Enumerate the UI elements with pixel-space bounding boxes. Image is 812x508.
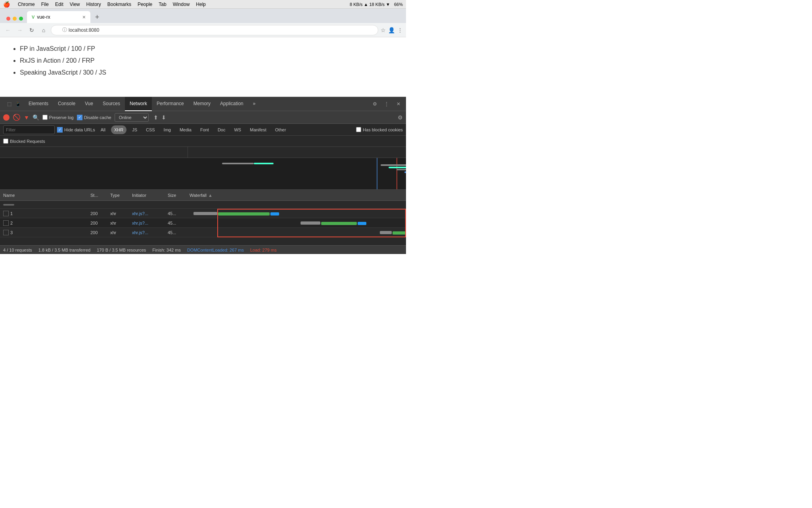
upload-icon[interactable]: ⬆ bbox=[153, 114, 158, 121]
menu-history[interactable]: History bbox=[86, 2, 101, 7]
filter-other-button[interactable]: Other bbox=[272, 125, 289, 134]
row3-status: 200 bbox=[87, 230, 107, 235]
col-waterfall[interactable]: Waterfall ▲ bbox=[186, 193, 406, 198]
table-row[interactable]: 1 200 xhr xhr.js?... 45... bbox=[0, 209, 406, 218]
devtools-icons: ⬚ 📱 bbox=[3, 100, 24, 108]
menu-view[interactable]: View bbox=[70, 2, 80, 7]
row3-name: 3 bbox=[0, 230, 87, 235]
tab-console[interactable]: Console bbox=[53, 97, 80, 111]
tab-vue[interactable]: Vue bbox=[80, 97, 98, 111]
blocked-requests-label[interactable]: Blocked Requests bbox=[3, 139, 45, 144]
menu-bar-right: 8 KB/s ▲ 18 KB/s ▼ 66% bbox=[350, 2, 403, 7]
minimize-window-button[interactable] bbox=[13, 17, 17, 21]
reload-button[interactable]: ↻ bbox=[27, 25, 36, 35]
menu-help[interactable]: Help bbox=[196, 2, 206, 7]
inspect-icon[interactable]: ⬚ bbox=[6, 100, 13, 108]
tab-memory[interactable]: Memory bbox=[189, 97, 215, 111]
active-tab[interactable]: V vue-rx × bbox=[27, 11, 90, 23]
col-status[interactable]: St... bbox=[87, 193, 107, 198]
blocked-requests-bar: Blocked Requests bbox=[0, 136, 406, 147]
table-header: Name St... Type Initiator Size Waterfall… bbox=[0, 190, 406, 201]
row1-initiator: xhr.js?... bbox=[129, 211, 165, 216]
clear-filter-icon[interactable]: ▼ bbox=[24, 114, 29, 121]
tab-sources[interactable]: Sources bbox=[98, 97, 125, 111]
browser-tab-bar: V vue-rx × + bbox=[0, 9, 406, 23]
search-network-icon[interactable]: 🔍 bbox=[33, 114, 39, 121]
tab-more[interactable]: » bbox=[248, 97, 260, 111]
sort-icon: ▲ bbox=[208, 193, 213, 198]
tab-close-button[interactable]: × bbox=[82, 14, 86, 20]
filter-js-button[interactable]: JS bbox=[129, 125, 140, 134]
filter-media-button[interactable]: Media bbox=[176, 125, 195, 134]
col-name[interactable]: Name bbox=[0, 193, 87, 198]
menu-bookmarks[interactable]: Bookmarks bbox=[107, 2, 131, 7]
table-row[interactable]: 3 200 xhr xhr.js?... 45... bbox=[0, 228, 406, 237]
disable-cache-checked-icon: ✓ bbox=[77, 115, 82, 120]
filter-manifest-button[interactable]: Manifest bbox=[247, 125, 270, 134]
devtools-tab-bar: ⬚ 📱 Elements Console Vue Sources Network… bbox=[0, 97, 406, 111]
row3-checkbox[interactable] bbox=[3, 230, 9, 235]
filter-input[interactable] bbox=[3, 125, 55, 134]
book-list: FP in JavaScript / 100 / FP RxJS in Acti… bbox=[12, 45, 394, 76]
tab-network[interactable]: Network bbox=[125, 97, 152, 111]
apple-menu[interactable]: 🍎 bbox=[3, 1, 10, 8]
devtools-settings-icon[interactable]: ⚙ bbox=[370, 100, 379, 108]
menu-file[interactable]: File bbox=[41, 2, 49, 7]
row2-initiator: xhr.js?... bbox=[129, 221, 165, 225]
devtools-overflow-icon[interactable]: ⋮ bbox=[382, 100, 391, 108]
filter-img-button[interactable]: Img bbox=[161, 125, 174, 134]
bookmark-icon[interactable]: ☆ bbox=[381, 27, 386, 33]
hide-data-urls-text: Hide data URLs bbox=[64, 127, 95, 132]
filter-font-button[interactable]: Font bbox=[197, 125, 212, 134]
row2-checkbox[interactable] bbox=[3, 220, 9, 226]
row1-checkbox[interactable] bbox=[3, 211, 9, 216]
preserve-log-checkbox[interactable] bbox=[42, 115, 48, 120]
menu-chrome[interactable]: Chrome bbox=[18, 2, 35, 7]
home-button[interactable]: ⌂ bbox=[39, 25, 48, 35]
preserve-log-checkbox-label[interactable]: Preserve log bbox=[42, 115, 74, 120]
row2-type: xhr bbox=[107, 221, 129, 225]
more-icon[interactable]: ⋮ bbox=[397, 27, 403, 33]
menu-window[interactable]: Window bbox=[173, 2, 190, 7]
address-input[interactable]: ⓘ localhost:8080 bbox=[51, 25, 378, 35]
profile-icon[interactable]: 👤 bbox=[388, 27, 395, 33]
row3-waterfall bbox=[186, 228, 406, 237]
col-size[interactable]: Size bbox=[165, 193, 186, 198]
col-type[interactable]: Type bbox=[107, 193, 129, 198]
download-icon[interactable]: ⬇ bbox=[161, 114, 166, 121]
filter-doc-button[interactable]: Doc bbox=[214, 125, 229, 134]
tab-elements[interactable]: Elements bbox=[24, 97, 53, 111]
forward-button[interactable]: → bbox=[15, 25, 25, 35]
tab-performance[interactable]: Performance bbox=[152, 97, 189, 111]
table-row[interactable]: 2 200 xhr xhr.js?... 45... bbox=[0, 218, 406, 228]
menu-tab[interactable]: Tab bbox=[159, 2, 166, 7]
menu-people[interactable]: People bbox=[138, 2, 152, 7]
new-tab-button[interactable]: + bbox=[91, 11, 103, 23]
back-button[interactable]: ← bbox=[3, 25, 13, 35]
filter-ws-button[interactable]: WS bbox=[231, 125, 244, 134]
tab-application[interactable]: Application bbox=[215, 97, 248, 111]
filter-css-button[interactable]: CSS bbox=[143, 125, 158, 134]
fullscreen-window-button[interactable] bbox=[19, 17, 23, 21]
has-blocked-cookies-checkbox[interactable] bbox=[356, 127, 361, 132]
device-icon[interactable]: 📱 bbox=[14, 100, 21, 108]
header-sep-bar bbox=[3, 204, 14, 206]
col-name-label: Name bbox=[3, 193, 15, 198]
col-status-label: St... bbox=[90, 193, 98, 198]
stop-recording-icon[interactable]: 🚫 bbox=[13, 114, 21, 121]
throttle-select[interactable]: Online Fast 3G Slow 3G Offline bbox=[115, 113, 149, 122]
filter-xhr-button[interactable]: XHR bbox=[111, 125, 126, 134]
hide-data-urls-label[interactable]: ✓ Hide data URLs bbox=[57, 127, 95, 133]
col-initiator[interactable]: Initiator bbox=[129, 193, 165, 198]
row2-name-text: 2 bbox=[10, 221, 13, 225]
blocked-requests-checkbox[interactable] bbox=[3, 139, 8, 144]
has-blocked-cookies-text: Has blocked cookies bbox=[363, 127, 403, 132]
record-button[interactable] bbox=[3, 114, 10, 121]
disable-cache-checkbox-label[interactable]: ✓ Disable cache bbox=[77, 115, 111, 120]
filter-all-button[interactable]: All bbox=[98, 125, 109, 134]
devtools-close-icon[interactable]: ✕ bbox=[394, 100, 403, 108]
network-settings-icon[interactable]: ⚙ bbox=[398, 114, 403, 121]
has-blocked-cookies-label[interactable]: Has blocked cookies bbox=[356, 127, 403, 132]
menu-edit[interactable]: Edit bbox=[55, 2, 63, 7]
close-window-button[interactable] bbox=[6, 17, 10, 21]
